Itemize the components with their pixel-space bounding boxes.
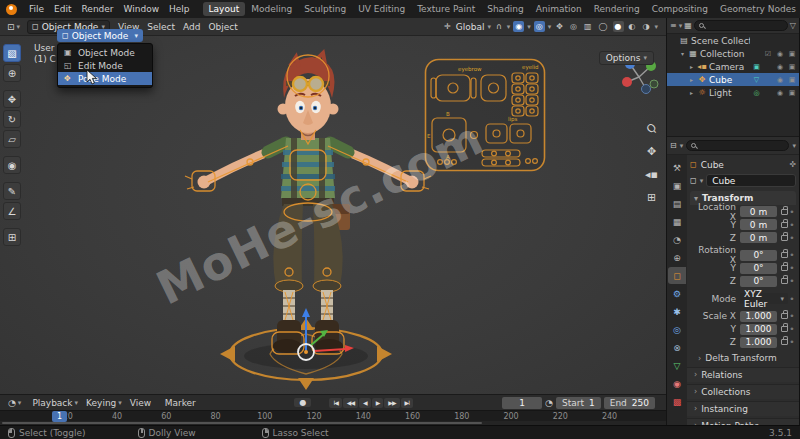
animate-decorator[interactable]: • — [788, 294, 796, 304]
filter-icon[interactable]: ▽ — [790, 21, 796, 30]
outliner-row[interactable]: ▤ Scene Collection ☑ ◉ ▣ — [667, 34, 799, 47]
properties-search-input[interactable] — [686, 140, 789, 151]
properties-tab[interactable]: ⚒ — [668, 159, 686, 176]
properties-tab[interactable]: ✱ — [668, 303, 686, 320]
menubar-item[interactable]: File — [24, 2, 49, 16]
workspace-tab[interactable]: Texture Paint — [411, 2, 481, 16]
menubar-item[interactable]: Edit — [49, 2, 76, 16]
collapsed-section[interactable]: › Collections — [687, 384, 799, 399]
outliner-row[interactable]: ▾ ▦ Collection ☑ ◉ ▣ — [667, 47, 799, 60]
outliner-row[interactable]: ▸ ◂▪ Camera ▣ ☑ ◉ ▣ — [667, 60, 799, 73]
frame-ruler[interactable]: 1 20406080100120140160180200220240 — [0, 410, 666, 421]
lock-icon[interactable] — [781, 326, 788, 332]
properties-tab[interactable]: ▽ — [668, 357, 686, 374]
disclosure-open-icon[interactable]: ▾ — [679, 50, 686, 57]
toolbar-button[interactable]: ◉ — [3, 156, 21, 174]
transport-button[interactable]: Ι◀ — [329, 398, 341, 408]
orientation-icon[interactable]: ✛ — [442, 21, 453, 32]
frame-start-field[interactable]: Start 1 — [556, 397, 601, 409]
chevron-down-icon[interactable]: ▾ — [487, 23, 491, 31]
show-gizmo-icon[interactable]: ✥ — [554, 21, 565, 32]
collapsed-section[interactable]: › Instancing — [687, 401, 799, 416]
chevron-down-icon[interactable]: ▾ — [507, 23, 511, 31]
transport-button[interactable]: ▶▶ — [384, 398, 399, 408]
properties-tab[interactable]: ▣ — [668, 177, 686, 194]
chevron-down-icon[interactable]: ▾ — [679, 22, 683, 30]
properties-tab[interactable]: ⊗ — [668, 339, 686, 356]
outliner-row-label[interactable]: Light — [709, 88, 750, 98]
value-field[interactable]: 0 m — [740, 206, 777, 217]
toolbar-button[interactable]: ∠ — [3, 202, 21, 220]
workspace-tab[interactable]: Layout — [203, 2, 246, 16]
rotation-mode-dropdown[interactable]: XYZ Euler ▾ — [740, 293, 788, 304]
properties-tab[interactable]: ▩ — [668, 393, 686, 410]
disclosure-closed-icon[interactable]: ▸ — [688, 63, 695, 70]
object-name-field[interactable]: Cube — [706, 174, 796, 187]
playhead-badge[interactable]: 1 — [52, 411, 67, 422]
delta-transform-subpanel[interactable]: › Delta Transform — [690, 352, 796, 365]
disclosure-closed-icon[interactable]: ▸ — [688, 89, 695, 96]
blender-logo-icon[interactable] — [6, 4, 17, 15]
properties-tab[interactable]: ▤ — [668, 195, 686, 212]
toolbar-button[interactable]: ↻ — [3, 110, 21, 128]
snapping-icon[interactable]: ◉ — [513, 21, 524, 32]
object-camera-icon[interactable]: ◂▪ — [697, 62, 707, 71]
properties-tab[interactable]: ⊕ — [668, 249, 686, 266]
object-armature-icon[interactable]: ✥ — [697, 75, 707, 84]
animate-decorator[interactable]: • — [788, 233, 796, 243]
timeline-menu-item[interactable]: Keying ▾ — [82, 397, 126, 409]
record-button[interactable]: ● — [294, 398, 311, 407]
lock-icon[interactable] — [781, 313, 788, 319]
shading-solid-icon[interactable]: ● — [613, 21, 624, 32]
toolbar-button[interactable]: ▧ — [3, 44, 21, 62]
object-type-icon[interactable]: ◻ — [690, 176, 697, 185]
toolbar-button[interactable]: ▱ — [3, 130, 21, 148]
viewport-menu-item[interactable]: Object — [204, 20, 241, 34]
xray-toggle-icon[interactable]: ▥ — [582, 21, 594, 32]
menubar-item[interactable]: Window — [119, 2, 165, 16]
outliner-row[interactable]: ▸ ☼ Light ◎ ☑ ◉ ▣ — [667, 86, 799, 99]
collapsed-section[interactable]: › Motion Paths — [687, 418, 799, 426]
mode-dropdown-button[interactable]: ◻ Object Mode ▾ — [57, 29, 143, 42]
toolbar-button[interactable]: ⊕ — [3, 64, 21, 82]
show-overlays-icon[interactable]: ◎ — [568, 21, 579, 32]
hide-render-icon[interactable]: ▣ — [787, 76, 797, 84]
outliner-row[interactable]: ▸ ✥ Cube ▽ ☑ ◉ ▣ — [667, 73, 799, 86]
proportional-edit-icon[interactable]: ◎ — [534, 21, 545, 32]
lock-icon[interactable] — [781, 235, 788, 241]
menubar-item[interactable]: Help — [164, 2, 195, 16]
properties-tab[interactable]: ▦ — [668, 213, 686, 230]
timeline-menu-item[interactable]: View ▾ — [126, 397, 161, 409]
outliner-row-label[interactable]: Camera — [709, 62, 750, 72]
animate-decorator[interactable]: • — [788, 250, 796, 260]
value-field[interactable]: 0° — [740, 250, 777, 261]
transport-button[interactable]: ▶ — [372, 398, 384, 408]
workspace-tab[interactable]: Geometry Nodes — [714, 2, 800, 16]
lock-icon[interactable] — [781, 278, 788, 284]
shading-wireframe-icon[interactable]: ◯ — [597, 21, 610, 32]
animate-decorator[interactable]: • — [788, 207, 796, 217]
object-light-icon[interactable]: ☼ — [697, 88, 707, 97]
chevron-down-icon[interactable]: ▾ — [680, 142, 684, 150]
value-field[interactable]: 0° — [740, 276, 777, 287]
outliner-display-icon[interactable]: ▦ — [684, 21, 692, 30]
nav-pan-icon[interactable]: ✥ — [645, 145, 658, 158]
viewport-menu-item[interactable]: Add — [179, 20, 204, 34]
workspace-tab[interactable]: Rendering — [588, 2, 646, 16]
hide-viewport-icon[interactable]: ◉ — [775, 63, 785, 71]
animate-decorator[interactable]: • — [788, 276, 796, 286]
hide-render-icon[interactable]: ▣ — [787, 50, 797, 58]
menubar-item[interactable]: Render — [77, 2, 119, 16]
data-light-icon[interactable]: ◎ — [752, 89, 761, 97]
animate-decorator[interactable]: • — [788, 337, 796, 347]
transport-button[interactable]: ◀ — [359, 398, 371, 408]
animate-decorator[interactable]: • — [788, 263, 796, 273]
timeline-menu-item[interactable]: Marker ▾ — [161, 397, 206, 409]
timeline-scrollbar[interactable] — [0, 421, 666, 425]
workspace-tab[interactable]: UV Editing — [352, 2, 411, 16]
outliner-search-input[interactable] — [694, 20, 788, 31]
autokey-icon[interactable]: ◔ — [545, 398, 553, 408]
current-frame-field[interactable]: 1 — [502, 397, 542, 409]
collection-icon[interactable]: ▦ — [688, 49, 698, 58]
mode-menu-item[interactable]: ◱ Edit Mode — [58, 59, 152, 72]
